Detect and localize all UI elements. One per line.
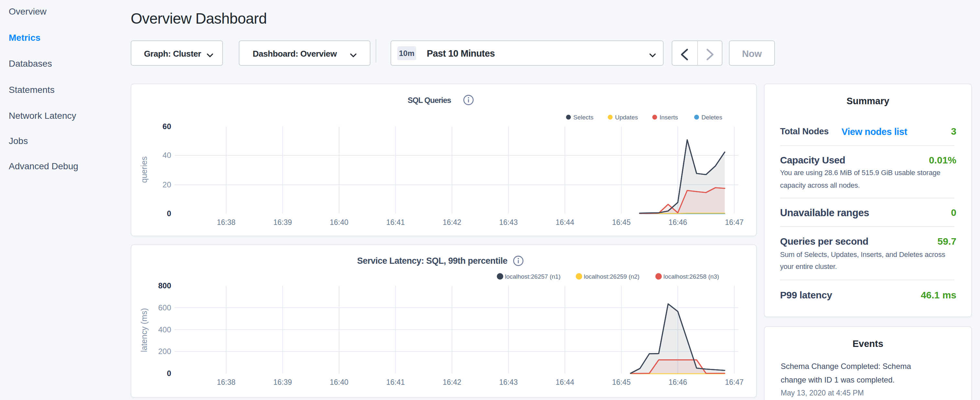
svg-text:800: 800 <box>158 281 171 290</box>
svg-text:localhost:26257 (n1): localhost:26257 (n1) <box>505 273 561 280</box>
svg-text:localhost:26258 (n3): localhost:26258 (n3) <box>663 273 719 280</box>
svg-text:400: 400 <box>158 325 171 334</box>
svg-text:16:39: 16:39 <box>274 218 292 226</box>
svg-text:localhost:26259 (n2): localhost:26259 (n2) <box>584 273 640 280</box>
svg-text:16:40: 16:40 <box>330 378 348 386</box>
svg-text:600: 600 <box>158 303 171 312</box>
svg-text:16:42: 16:42 <box>442 218 461 226</box>
svg-text:Inserts: Inserts <box>660 114 678 121</box>
svg-text:60: 60 <box>162 122 171 131</box>
svg-text:20: 20 <box>162 180 171 189</box>
svg-text:16:45: 16:45 <box>612 378 631 386</box>
svg-text:16:46: 16:46 <box>668 218 687 226</box>
svg-text:queries: queries <box>140 156 148 183</box>
svg-text:16:41: 16:41 <box>386 218 405 226</box>
svg-text:0: 0 <box>167 369 171 378</box>
svg-text:0: 0 <box>167 209 171 218</box>
svg-text:16:40: 16:40 <box>330 218 348 226</box>
svg-text:16:47: 16:47 <box>725 218 744 226</box>
svg-text:16:38: 16:38 <box>217 218 235 226</box>
svg-text:Selects: Selects <box>573 114 593 121</box>
svg-text:200: 200 <box>158 347 171 356</box>
svg-text:16:44: 16:44 <box>555 218 574 226</box>
svg-text:16:39: 16:39 <box>274 378 292 386</box>
svg-text:16:41: 16:41 <box>386 378 405 386</box>
svg-text:16:44: 16:44 <box>555 378 574 386</box>
svg-text:latency (ms): latency (ms) <box>140 308 148 352</box>
svg-text:16:42: 16:42 <box>442 378 461 386</box>
svg-text:40: 40 <box>162 151 171 159</box>
svg-text:SQL Queries: SQL Queries <box>408 96 451 105</box>
svg-text:16:43: 16:43 <box>499 378 518 386</box>
svg-text:16:38: 16:38 <box>217 378 235 386</box>
svg-text:16:43: 16:43 <box>499 218 518 226</box>
svg-text:16:47: 16:47 <box>725 378 744 386</box>
svg-text:16:46: 16:46 <box>668 378 687 386</box>
svg-text:16:45: 16:45 <box>612 218 631 226</box>
svg-text:Updates: Updates <box>615 114 638 121</box>
svg-text:Service Latency: SQL, 99th per: Service Latency: SQL, 99th percentile <box>357 256 508 266</box>
svg-text:Deletes: Deletes <box>702 114 722 121</box>
